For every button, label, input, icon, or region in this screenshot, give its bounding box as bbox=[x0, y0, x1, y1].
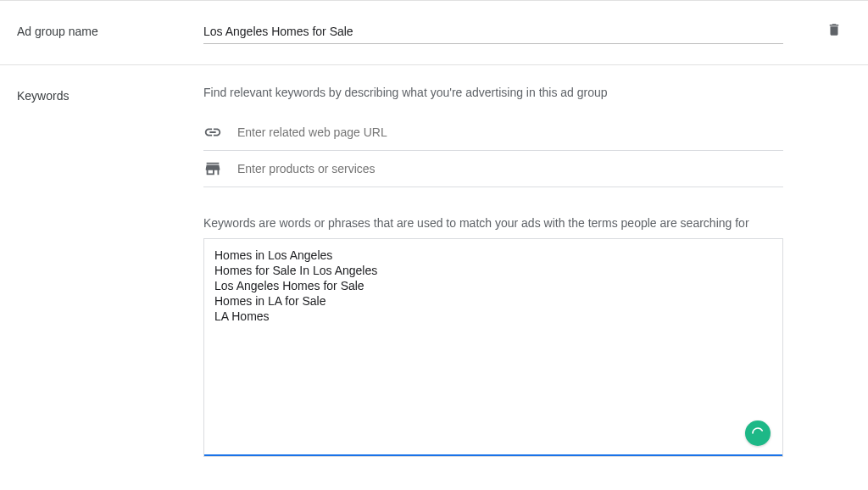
url-input-row[interactable] bbox=[203, 114, 783, 151]
ad-group-name-label: Ad group name bbox=[17, 21, 203, 38]
keywords-label: Keywords bbox=[17, 86, 203, 457]
refresh-icon bbox=[750, 426, 765, 441]
products-input-row[interactable] bbox=[203, 151, 783, 187]
url-input[interactable] bbox=[237, 125, 783, 139]
store-icon bbox=[203, 159, 222, 178]
keywords-textarea[interactable] bbox=[214, 248, 772, 454]
ad-group-name-section: Ad group name bbox=[0, 1, 868, 65]
keywords-textarea-container bbox=[203, 238, 783, 457]
products-input[interactable] bbox=[237, 162, 783, 175]
link-icon bbox=[203, 123, 222, 142]
trash-icon[interactable] bbox=[826, 21, 842, 38]
textarea-focus-underline bbox=[204, 454, 782, 456]
ad-group-name-input[interactable] bbox=[203, 21, 783, 44]
keywords-section: Keywords Find relevant keywords by descr… bbox=[0, 65, 868, 477]
refresh-fab-button[interactable] bbox=[745, 420, 771, 446]
keywords-info-text: Keywords are words or phrases that are u… bbox=[203, 216, 783, 230]
keywords-helper-text: Find relevant keywords by describing wha… bbox=[203, 86, 783, 99]
